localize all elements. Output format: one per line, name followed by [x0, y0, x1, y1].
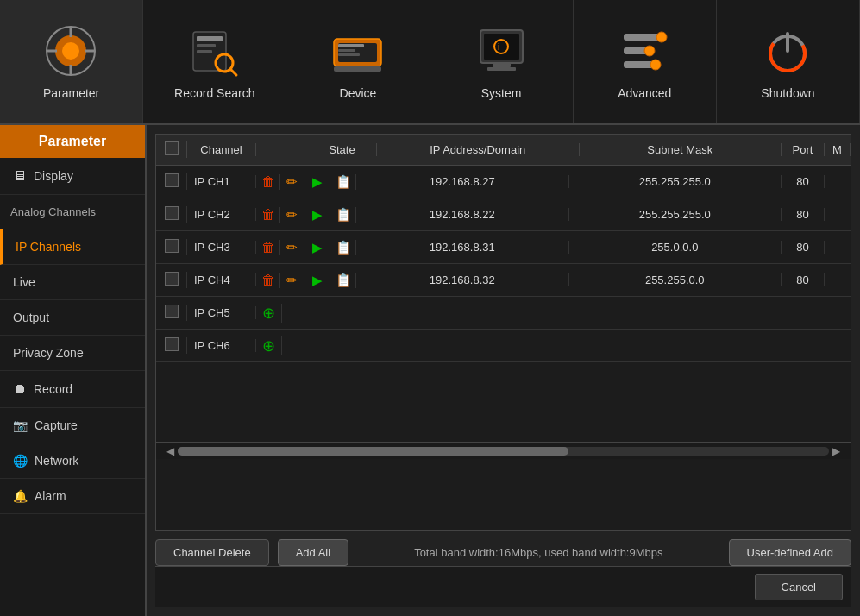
row4-checkbox[interactable]: [156, 272, 187, 288]
row1-info-btn[interactable]: 📋: [330, 174, 356, 190]
row6-checkbox[interactable]: [156, 337, 187, 354]
th-state: State: [308, 143, 377, 156]
monitor-icon: 🖥: [13, 168, 27, 184]
th-mask: Subnet Mask: [580, 143, 782, 156]
sidebar-analog-label: Analog Channels: [10, 205, 96, 218]
svg-rect-22: [487, 67, 516, 71]
row2-info-btn[interactable]: 📋: [330, 207, 356, 223]
user-defined-add-button[interactable]: User-defined Add: [729, 539, 851, 566]
nav-record-search-label: Record Search: [174, 86, 254, 100]
svg-rect-8: [197, 36, 223, 41]
svg-rect-17: [338, 49, 355, 52]
row5-checkbox[interactable]: [156, 305, 187, 321]
row2-play-btn[interactable]: ▶: [304, 207, 330, 223]
th-channel: Channel: [187, 143, 256, 156]
row1-delete-btn[interactable]: 🗑: [256, 174, 280, 190]
sidebar-item-output[interactable]: Output: [0, 300, 145, 336]
row3-info-btn[interactable]: 📋: [330, 240, 356, 255]
horizontal-scrollbar[interactable]: ◀ ▶: [156, 442, 851, 459]
nav-advanced[interactable]: Advanced: [574, 0, 717, 123]
row2-ip: 192.168.8.22: [356, 208, 569, 221]
th-checkbox: [156, 141, 187, 158]
row4-channel: IP CH4: [187, 273, 256, 286]
row3-ip: 192.168.8.31: [356, 241, 569, 254]
record-icon: ⏺: [13, 381, 27, 397]
row3-mask: 255.0.0.0: [569, 241, 782, 254]
bottom-button-bar: Channel Delete Add All Total band width:…: [155, 539, 851, 566]
table-row: IP CH2 🗑 ✏ ▶ 📋 192.168.8.22 255.255.255.…: [156, 198, 851, 231]
row5-add-btn[interactable]: ⊕: [256, 304, 282, 323]
scroll-left-arrow[interactable]: ◀: [163, 445, 178, 457]
nav-system[interactable]: i System: [430, 0, 574, 123]
channel-table: Channel State IP Address/Domain Subnet M…: [155, 134, 851, 531]
scroll-thumb[interactable]: [178, 447, 568, 456]
top-navigation: Parameter Record Search Device: [0, 0, 860, 125]
advanced-icon: [617, 23, 673, 79]
row4-delete-btn[interactable]: 🗑: [256, 273, 280, 288]
row3-play-btn[interactable]: ▶: [304, 240, 330, 255]
sidebar-item-alarm[interactable]: 🔔 Alarm: [0, 479, 145, 514]
sidebar: Parameter 🖥 Display Analog Channels IP C…: [0, 125, 147, 616]
sidebar-output-label: Output: [13, 311, 49, 324]
sidebar-item-network[interactable]: 🌐 Network: [0, 443, 145, 479]
row2-edit-btn[interactable]: ✏: [280, 207, 304, 223]
row4-edit-btn[interactable]: ✏: [280, 273, 304, 288]
row1-edit-btn[interactable]: ✏: [280, 174, 304, 190]
header-checkbox[interactable]: [165, 141, 179, 155]
table-row: IP CH4 🗑 ✏ ▶ 📋 192.168.8.32 255.255.0.0 …: [156, 264, 851, 297]
sidebar-item-privacy-zone[interactable]: Privacy Zone: [0, 336, 145, 371]
sidebar-item-ip-channels[interactable]: IP Channels: [0, 229, 145, 265]
cancel-button[interactable]: Cancel: [755, 574, 843, 600]
row4-info-btn[interactable]: 📋: [330, 273, 356, 288]
sidebar-capture-label: Capture: [35, 418, 78, 432]
row4-play-btn[interactable]: ▶: [304, 273, 330, 288]
system-icon: i: [474, 23, 530, 79]
capture-icon: 📷: [13, 418, 28, 432]
row5-channel: IP CH5: [187, 306, 256, 319]
row2-checkbox[interactable]: [156, 206, 187, 223]
sidebar-item-analog-channels[interactable]: Analog Channels: [0, 195, 145, 229]
row3-delete-btn[interactable]: 🗑: [256, 240, 280, 255]
th-port: Port: [782, 143, 825, 156]
svg-rect-9: [197, 44, 216, 47]
table-body: IP CH1 🗑 ✏ ▶ 📋 192.168.8.27 255.255.255.…: [156, 166, 851, 442]
sidebar-item-record[interactable]: ⏺ Record: [0, 371, 145, 408]
cancel-bar: Cancel: [155, 566, 851, 607]
nav-shutdown-label: Shutdown: [761, 86, 814, 100]
row1-port: 80: [782, 175, 825, 188]
nav-device[interactable]: Device: [286, 0, 430, 123]
network-icon: 🌐: [13, 454, 28, 468]
scroll-track[interactable]: [178, 447, 829, 456]
svg-point-30: [650, 60, 661, 70]
nav-record-search[interactable]: Record Search: [143, 0, 286, 123]
sidebar-privacy-label: Privacy Zone: [13, 346, 84, 360]
row6-add-btn[interactable]: ⊕: [256, 336, 282, 355]
row3-checkbox[interactable]: [156, 239, 187, 255]
table-header-row: Channel State IP Address/Domain Subnet M…: [156, 135, 851, 166]
content-area: Channel State IP Address/Domain Subnet M…: [147, 125, 860, 616]
svg-rect-15: [334, 66, 381, 72]
row1-ip: 192.168.8.27: [356, 175, 569, 188]
row1-channel: IP CH1: [187, 175, 256, 188]
scroll-right-arrow[interactable]: ▶: [829, 445, 844, 457]
row1-play-btn[interactable]: ▶: [304, 174, 330, 190]
row2-delete-btn[interactable]: 🗑: [256, 207, 280, 223]
main-layout: Parameter 🖥 Display Analog Channels IP C…: [0, 125, 860, 616]
nav-system-label: System: [481, 86, 522, 100]
row4-port: 80: [782, 273, 825, 286]
th-ip: IP Address/Domain: [377, 143, 580, 156]
device-icon: [330, 23, 386, 79]
nav-parameter[interactable]: Parameter: [0, 0, 143, 123]
shutdown-icon: [760, 23, 816, 79]
svg-point-28: [656, 32, 667, 42]
row1-checkbox[interactable]: [156, 173, 187, 190]
sidebar-item-live[interactable]: Live: [0, 265, 145, 300]
channel-delete-button[interactable]: Channel Delete: [155, 539, 269, 566]
sidebar-alarm-label: Alarm: [35, 489, 66, 503]
add-all-button[interactable]: Add All: [278, 539, 348, 566]
sidebar-item-display[interactable]: 🖥 Display: [0, 158, 145, 195]
sidebar-item-capture[interactable]: 📷 Capture: [0, 408, 145, 443]
nav-shutdown[interactable]: Shutdown: [717, 0, 860, 123]
row3-edit-btn[interactable]: ✏: [280, 240, 304, 255]
row2-mask: 255.255.255.0: [569, 208, 782, 221]
